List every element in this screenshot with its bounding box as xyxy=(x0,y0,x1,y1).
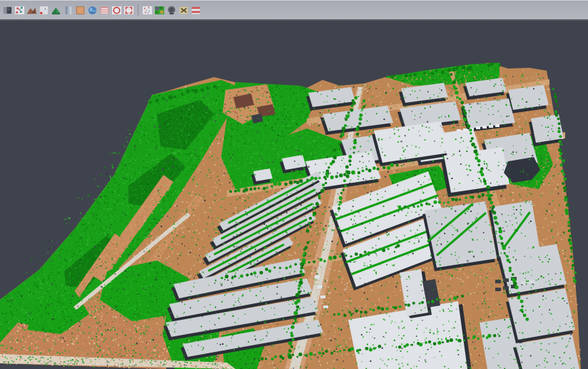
height-ramp-icon xyxy=(63,5,74,16)
terrain-mesh-icon[interactable] xyxy=(26,3,38,18)
toolbar xyxy=(0,0,588,19)
circle-select-icon xyxy=(111,5,122,16)
height-ramp-icon[interactable] xyxy=(62,3,74,18)
classification-map-icon xyxy=(154,5,165,16)
merge-delete-icon xyxy=(178,5,189,16)
crop-brackets-icon[interactable] xyxy=(123,3,135,18)
viewport-3d-canvas[interactable] xyxy=(0,21,588,369)
classification-map-icon[interactable] xyxy=(153,3,166,18)
application-window xyxy=(0,0,588,369)
profile-lines-icon[interactable] xyxy=(98,3,111,18)
point-pair-registration-icon xyxy=(14,5,25,16)
merge-delete-icon[interactable] xyxy=(178,3,190,18)
globe-icon xyxy=(87,5,98,16)
crop-brackets-icon xyxy=(123,5,134,16)
profile-lines-icon xyxy=(99,5,110,16)
terrain-mesh-icon xyxy=(26,5,37,16)
compute-mesh-icon[interactable] xyxy=(50,3,62,18)
noise-filter-icon xyxy=(142,5,153,16)
point-list-picking-icon[interactable] xyxy=(38,3,50,18)
dual-view-icon xyxy=(2,5,13,16)
globe-icon[interactable] xyxy=(86,3,98,18)
toolbar-separator xyxy=(136,4,141,16)
compute-mesh-icon xyxy=(51,5,61,16)
mesh-solid-icon[interactable] xyxy=(166,3,178,18)
mesh-solid-icon xyxy=(166,5,177,16)
ortho-image-icon xyxy=(75,5,86,16)
layers-flag-icon xyxy=(191,5,201,16)
noise-filter-icon[interactable] xyxy=(141,3,153,18)
point-pair-registration-icon[interactable] xyxy=(14,3,26,18)
layers-flag-icon[interactable] xyxy=(190,3,202,18)
circle-select-icon[interactable] xyxy=(111,3,123,18)
dual-view-icon[interactable] xyxy=(1,3,14,18)
ortho-image-icon[interactable] xyxy=(74,3,86,18)
point-list-picking-icon xyxy=(39,5,49,16)
